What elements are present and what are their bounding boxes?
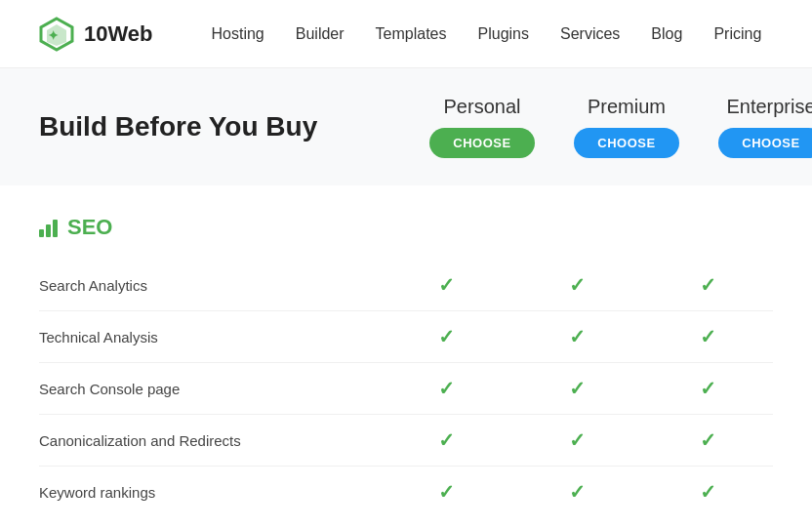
plan-premium: Premium CHOOSE (554, 96, 699, 158)
check-enterprise: ✓ (642, 311, 773, 363)
check-premium: ✓ (511, 415, 642, 467)
checkmark-icon: ✓ (569, 274, 586, 296)
bar-chart-icon (39, 218, 58, 237)
table-row: Keyword rankings ✓ ✓ ✓ (39, 467, 773, 518)
feature-name: Technical Analysis (39, 311, 382, 363)
table-row: Technical Analysis ✓ ✓ ✓ (39, 311, 773, 363)
nav-item-pricing[interactable]: Pricing (713, 25, 761, 43)
table-row: Canonicalization and Redirects ✓ ✓ ✓ (39, 415, 773, 467)
checkmark-icon: ✓ (438, 274, 455, 296)
navbar: ✦ 10Web Hosting Builder Templates Plugin… (0, 0, 812, 68)
table-row: Search Analytics ✓ ✓ ✓ (39, 260, 773, 311)
logo-area[interactable]: ✦ 10Web (39, 17, 153, 52)
check-personal: ✓ (382, 415, 512, 467)
check-premium: ✓ (511, 260, 642, 311)
plan-personal-name: Personal (444, 96, 521, 118)
features-table: Search Analytics ✓ ✓ ✓ Technical Analysi… (39, 260, 773, 517)
nav-item-hosting[interactable]: Hosting (212, 25, 264, 43)
check-personal: ✓ (382, 311, 512, 363)
checkmark-icon: ✓ (700, 378, 716, 399)
checkmark-icon: ✓ (569, 429, 586, 451)
checkmark-icon: ✓ (569, 378, 586, 399)
nav-item-services[interactable]: Services (560, 25, 620, 43)
check-enterprise: ✓ (642, 415, 773, 467)
logo-icon: ✦ (39, 17, 74, 52)
plan-personal: Personal CHOOSE (410, 96, 554, 158)
checkmark-icon: ✓ (438, 326, 455, 347)
svg-text:✦: ✦ (48, 28, 59, 43)
nav-list: Hosting Builder Templates Plugins Servic… (212, 25, 762, 43)
checkmark-icon: ✓ (438, 429, 455, 451)
checkmark-icon: ✓ (700, 429, 716, 451)
logo-text: 10Web (84, 21, 153, 47)
check-personal: ✓ (382, 467, 512, 518)
nav-item-templates[interactable]: Templates (376, 25, 447, 43)
table-row: Search Console page ✓ ✓ ✓ (39, 363, 773, 415)
seo-section: SEO Search Analytics ✓ ✓ ✓ Technical Ana… (0, 185, 812, 528)
check-premium: ✓ (511, 467, 642, 518)
feature-name: Search Console page (39, 363, 382, 415)
checkmark-icon: ✓ (438, 481, 455, 503)
nav-item-blog[interactable]: Blog (651, 25, 682, 43)
checkmark-icon: ✓ (700, 274, 716, 296)
feature-name: Canonicalization and Redirects (39, 415, 382, 467)
check-enterprise: ✓ (642, 363, 773, 415)
nav-item-plugins[interactable]: Plugins (478, 25, 529, 43)
plan-columns: Personal CHOOSE Premium CHOOSE Enterpris… (410, 96, 812, 158)
seo-section-header: SEO (39, 215, 773, 240)
checkmark-icon: ✓ (438, 378, 455, 399)
seo-section-title: SEO (67, 215, 112, 240)
checkmark-icon: ✓ (700, 326, 716, 347)
plan-enterprise: Enterprise CHOOSE (699, 96, 812, 158)
check-premium: ✓ (511, 363, 642, 415)
choose-enterprise-button[interactable]: CHOOSE (718, 128, 812, 158)
feature-name: Search Analytics (39, 260, 382, 311)
check-personal: ✓ (382, 363, 512, 415)
check-enterprise: ✓ (642, 260, 773, 311)
nav-item-builder[interactable]: Builder (296, 25, 345, 43)
check-enterprise: ✓ (642, 467, 773, 518)
check-personal: ✓ (382, 260, 512, 311)
hero-title: Build Before You Buy (39, 111, 410, 142)
choose-premium-button[interactable]: CHOOSE (574, 128, 678, 158)
plan-enterprise-name: Enterprise (726, 96, 812, 118)
choose-personal-button[interactable]: CHOOSE (429, 128, 534, 158)
plan-premium-name: Premium (588, 96, 666, 118)
hero-section: Build Before You Buy Personal CHOOSE Pre… (0, 68, 812, 185)
check-premium: ✓ (511, 311, 642, 363)
feature-name: Keyword rankings (39, 467, 382, 518)
checkmark-icon: ✓ (569, 326, 586, 347)
checkmark-icon: ✓ (700, 481, 716, 503)
checkmark-icon: ✓ (569, 481, 586, 503)
